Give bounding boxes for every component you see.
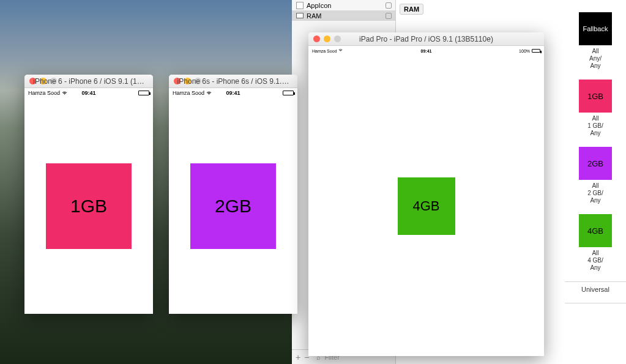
asset-caption: All 1 GB/ Any xyxy=(587,115,603,137)
asset-thumb-4gb: 4GB xyxy=(579,214,612,247)
badge-icon xyxy=(386,13,392,19)
time-label: 09:41 xyxy=(169,90,297,96)
ram-square: 2GB xyxy=(190,163,276,249)
simulator-iphone6: iPhone 6 - iPhone 6 / iOS 9.1 (1… Hamza … xyxy=(24,75,153,314)
asset-rail: Fallback All Any/ Any 1GB All 1 GB/ Any … xyxy=(565,3,626,307)
asset-tile[interactable]: 4GB All 4 GB/ Any xyxy=(565,214,626,272)
sidebar-item-label: AppIcon xyxy=(307,2,331,9)
asset-tile[interactable]: 2GB All 2 GB/ Any xyxy=(565,147,626,204)
sim-screen: 1GB xyxy=(24,98,153,314)
close-icon[interactable] xyxy=(313,35,320,42)
asset-tile[interactable]: 1GB All 1 GB/ Any xyxy=(565,80,626,137)
sidebar-item-appicon[interactable]: AppIcon xyxy=(292,0,395,10)
add-button[interactable]: + xyxy=(296,352,300,362)
window-controls[interactable] xyxy=(29,78,57,84)
window-controls[interactable] xyxy=(174,78,201,84)
asset-thumb-fallback: Fallback xyxy=(579,12,612,45)
asset-caption: All 2 GB/ Any xyxy=(587,182,603,204)
asset-caption: All Any/ Any xyxy=(589,48,602,70)
battery-icon xyxy=(532,49,540,53)
titlebar[interactable]: iPhone 6 - iPhone 6 / iOS 9.1 (1… xyxy=(24,75,153,88)
battery-icon xyxy=(283,91,294,95)
appicon-icon xyxy=(296,2,304,9)
simulator-iphone6s: iPhone 6s - iPhone 6s / iOS 9.1.… Hamza … xyxy=(169,75,297,314)
asset-caption: All 4 GB/ Any xyxy=(587,250,603,272)
badge-icon xyxy=(386,2,392,9)
window-controls[interactable] xyxy=(313,35,341,42)
divider xyxy=(565,303,626,303)
sidebar-item-label: RAM xyxy=(307,12,321,20)
close-icon[interactable] xyxy=(174,78,181,84)
ram-square: 1GB xyxy=(46,163,132,249)
minimize-icon[interactable] xyxy=(184,78,191,84)
titlebar[interactable]: iPad Pro - iPad Pro / iOS 9.1 (13B5110e) xyxy=(308,32,544,46)
zoom-icon[interactable] xyxy=(195,78,201,84)
status-bar: Hamza Sood 09:41 xyxy=(24,88,153,98)
minimize-icon[interactable] xyxy=(324,35,330,42)
universal-label: Universal xyxy=(565,286,626,293)
status-bar: Hamza Sood 09:41 100% xyxy=(308,46,544,56)
time-label: 09:41 xyxy=(24,90,153,96)
zoom-icon[interactable] xyxy=(334,35,341,42)
battery-icon xyxy=(138,91,149,95)
sidebar-item-ram[interactable]: RAM xyxy=(292,10,395,21)
divider xyxy=(565,281,626,282)
imageset-icon xyxy=(296,12,304,20)
asset-name-tag[interactable]: RAM xyxy=(400,4,423,15)
sim-screen: 2GB xyxy=(169,98,297,314)
asset-tile[interactable]: Fallback All Any/ Any xyxy=(565,12,626,70)
window-title: iPad Pro - iPad Pro / iOS 9.1 (13B5110e) xyxy=(308,35,544,43)
asset-thumb-2gb: 2GB xyxy=(579,147,612,180)
titlebar[interactable]: iPhone 6s - iPhone 6s / iOS 9.1.… xyxy=(169,75,297,88)
ram-square: 4GB xyxy=(398,177,455,235)
close-icon[interactable] xyxy=(29,78,36,84)
status-bar: Hamza Sood 09:41 xyxy=(169,88,297,98)
zoom-icon[interactable] xyxy=(50,78,57,84)
sim-screen: 4GB xyxy=(308,56,544,356)
simulator-ipadpro: iPad Pro - iPad Pro / iOS 9.1 (13B5110e)… xyxy=(308,32,544,356)
minimize-icon[interactable] xyxy=(40,78,47,84)
time-label: 09:41 xyxy=(308,49,544,53)
asset-thumb-1gb: 1GB xyxy=(579,80,612,113)
